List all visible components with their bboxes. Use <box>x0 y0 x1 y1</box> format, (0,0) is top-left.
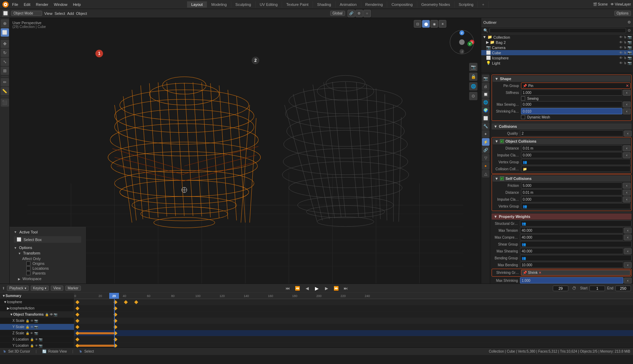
next-frame-btn[interactable]: ▶ <box>323 285 330 292</box>
keying-dropdown[interactable]: Keying ▾ <box>31 286 49 291</box>
tl-label-object-transforms[interactable]: ▼ Object Transforms 🔒 👁 📷 <box>0 312 74 318</box>
obj-distance-value[interactable]: 0.01 m <box>521 145 622 151</box>
active-tool-collapse[interactable]: ▼ <box>14 230 17 234</box>
view-dropdown[interactable]: View <box>51 286 63 291</box>
view-menu[interactable]: View <box>44 11 53 16</box>
select-tool-btn[interactable]: ⬜ <box>1 28 9 37</box>
end-frame-input[interactable]: 250 <box>615 286 631 291</box>
wireframe-btn[interactable]: ⊡ <box>414 20 421 28</box>
structural-gr-value[interactable]: 👥 <box>520 220 632 227</box>
ps-scene-icon[interactable]: 🌐 <box>482 98 490 106</box>
tl-label-icosphereaction[interactable]: ▶ IcosphereAction <box>0 305 74 312</box>
ps-output-icon[interactable]: 🖨 <box>482 83 490 90</box>
self-vertex-group-value[interactable]: 👥 <box>521 203 631 209</box>
workspace-collapse[interactable]: ▶ <box>18 277 20 281</box>
collision-coll-value[interactable]: 📁 <box>521 166 631 172</box>
scale-tool-btn[interactable]: ⤡ <box>1 58 9 66</box>
outliner-item-light[interactable]: 💡 Light 👁🖱📷 <box>481 60 633 66</box>
menu-edit[interactable]: Edit <box>21 2 33 7</box>
outliner-item-icosphere[interactable]: ⬜ Icosphere 👁🖱📷 <box>481 55 633 60</box>
impulse-cla-value[interactable]: 0.000 <box>521 152 622 158</box>
view-overlay-btn[interactable]: ⊙ <box>469 92 477 100</box>
tl-label-yscale[interactable]: Y Scale 🔒 👁 📷 <box>0 324 74 330</box>
marker-dropdown[interactable]: Marker <box>65 286 81 291</box>
ps-physics-icon[interactable]: ⚡ <box>482 138 490 146</box>
outliner-search-input[interactable] <box>490 28 626 33</box>
rendered-btn[interactable]: ☀ <box>439 20 446 28</box>
view-render-btn[interactable]: 🌐 <box>469 82 477 90</box>
shrinking-fa-value[interactable]: 0.010 <box>521 108 622 114</box>
ps-constraints-icon[interactable]: 🔗 <box>482 146 490 154</box>
render-icon[interactable]: 📷 <box>627 35 632 39</box>
tab-compositing[interactable]: Compositing <box>387 1 417 8</box>
ps-data-icon[interactable]: ▽ <box>482 154 490 162</box>
tab-animation[interactable]: Animation <box>336 1 361 8</box>
locations-checkbox[interactable] <box>26 266 30 270</box>
rotate-tool-btn[interactable]: ↻ <box>1 49 9 57</box>
ps-object-data-icon[interactable]: △ <box>482 170 490 178</box>
self-distance-value[interactable]: 0.01 m <box>521 189 622 195</box>
outliner-item-camera[interactable]: 📷 Camera 👁🖱📷 <box>481 45 633 50</box>
snap2-btn[interactable]: ⚙ <box>355 10 363 17</box>
object-menu[interactable]: Object <box>76 11 87 16</box>
ps-world-icon[interactable]: 🌍 <box>482 106 490 114</box>
self-collisions-header[interactable]: ▼ ✓ Self Collisions <box>493 175 631 182</box>
max-tension-btn[interactable]: ‹ <box>624 228 632 233</box>
cursor-tool-btn[interactable]: ⊕ <box>1 19 9 28</box>
bending-group-value[interactable]: 👥 <box>520 255 632 261</box>
outliner-item-collection[interactable]: ▼ 📁 Collection 👁 🖱 📷 <box>481 35 633 40</box>
max-bending-btn[interactable]: ‹ <box>624 262 632 268</box>
ps-view-layer-icon[interactable]: 🔲 <box>482 90 490 98</box>
add-workspace-btn[interactable]: + <box>478 1 488 8</box>
measure-btn[interactable]: 📏 <box>1 87 9 95</box>
sewing-checkbox[interactable] <box>521 96 525 100</box>
options-btn[interactable]: Options <box>614 11 631 16</box>
max-shrinking-btn[interactable]: ‹ <box>624 278 632 284</box>
outliner-filter-icon[interactable]: ⚙ <box>627 28 631 33</box>
ps-particles-icon[interactable]: ✦ <box>482 130 490 138</box>
max-compression-value[interactable]: 40.000 <box>520 234 623 240</box>
menu-help[interactable]: Help <box>71 2 83 7</box>
tab-texture-paint[interactable]: Texture Paint <box>282 1 313 8</box>
quality-value[interactable]: 2 <box>520 130 623 136</box>
max-shrinking-value[interactable]: 1.000 <box>520 277 623 284</box>
tab-sculpting[interactable]: Sculpting <box>231 1 255 8</box>
tl-label-xscale[interactable]: X Scale 🔒 👁 📷 <box>0 318 74 324</box>
use-preview-range-icon[interactable]: ⏱ <box>570 285 578 292</box>
shear-group-value[interactable]: 👥 <box>520 241 632 247</box>
menu-render[interactable]: Render <box>34 2 51 7</box>
timeline-keyframes-area[interactable]: 0 20 40 60 80 100 120 140 160 180 200 22… <box>74 293 633 347</box>
pin-group-clear-btn[interactable]: ✕ <box>626 84 629 88</box>
obj-distance-btn[interactable]: ‹ <box>623 145 631 151</box>
outliner-item-bag2[interactable]: ▶ 📁 Bag 2 👁 🖱 📷 <box>481 40 633 45</box>
shrinking-tag[interactable]: 📌 Shrink ✕ <box>521 270 631 276</box>
max-sewing-btn[interactable]: ‹ <box>623 102 631 107</box>
jump-end-btn[interactable]: ⏭ <box>342 285 350 292</box>
max-shearing-value[interactable]: 40.000 <box>520 248 623 254</box>
tab-geometry-nodes[interactable]: Geometry Nodes <box>417 1 455 8</box>
object-collisions-header[interactable]: ▼ ✓ Object Collisions <box>493 138 631 144</box>
self-distance-btn[interactable]: ‹ <box>623 190 631 195</box>
tab-shading[interactable]: Shading <box>313 1 335 8</box>
current-frame-input[interactable]: 29 <box>553 286 568 291</box>
vertex-group-value[interactable]: 👥 <box>521 159 631 165</box>
view-camera-btn[interactable]: 📷 <box>469 63 477 71</box>
transform-global-selector[interactable]: Global <box>330 11 345 16</box>
move-tool-btn[interactable]: ✥ <box>1 40 9 48</box>
start-frame-input[interactable]: 1 <box>589 286 605 291</box>
jump-start-btn[interactable]: ⏮ <box>284 285 291 292</box>
menu-window[interactable]: Window <box>52 2 70 7</box>
self-impulse-btn[interactable]: ‹ <box>623 197 631 202</box>
self-coll-checkbox[interactable]: ✓ <box>500 176 504 181</box>
shape-section-header[interactable]: ▼ Shape <box>493 76 631 82</box>
proportional-edit-btn[interactable]: ○ <box>363 10 371 17</box>
ps-object-icon[interactable]: ⬜ <box>482 114 490 122</box>
ps-material-icon[interactable]: ● <box>482 162 490 170</box>
bag2-sel-icon[interactable]: 🖱 <box>623 40 627 44</box>
dynamic-mesh-checkbox[interactable] <box>521 115 525 119</box>
max-compression-btn[interactable]: ‹ <box>624 234 632 240</box>
collisions-header[interactable]: ▼ Collisions <box>492 123 632 130</box>
tab-modeling[interactable]: Modeling <box>207 1 231 8</box>
solid-btn[interactable]: ⬤ <box>422 20 430 28</box>
max-bending-value[interactable]: 10.000 <box>520 262 623 268</box>
